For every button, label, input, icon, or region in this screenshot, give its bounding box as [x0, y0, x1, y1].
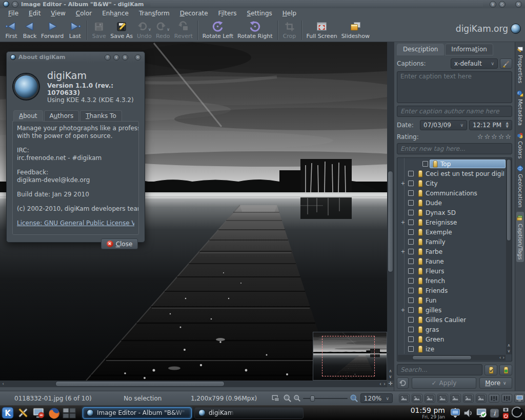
- tag-tree-item[interactable]: Dynax 5D: [397, 208, 506, 217]
- tag-tree-item[interactable]: Faune: [397, 256, 506, 266]
- more-button[interactable]: More ∨: [479, 377, 512, 389]
- edit-tag-button[interactable]: [484, 365, 497, 375]
- tag-tree-item[interactable]: french: [397, 276, 506, 286]
- rating-stars[interactable]: ☆☆☆☆☆: [477, 133, 512, 141]
- scroll-down-icon[interactable]: ∨: [506, 348, 512, 354]
- toolbar-back-button[interactable]: Back: [21, 19, 39, 40]
- pan-overview[interactable]: [313, 332, 387, 381]
- view-mode-7-button[interactable]: [476, 394, 487, 403]
- tag-tree-item[interactable]: gras: [397, 325, 506, 334]
- camera-icon[interactable]: [502, 407, 509, 412]
- tree-horizontal-scrollbar[interactable]: ‹ ›: [398, 355, 506, 361]
- tag-checkbox[interactable]: [408, 297, 414, 303]
- canvas-vertical-scrollbar[interactable]: ∧ ∨: [387, 42, 394, 381]
- tag-tree-item[interactable]: Dude: [397, 198, 506, 208]
- dialog-tab-about[interactable]: About: [13, 110, 43, 122]
- tag-checkbox[interactable]: [408, 190, 414, 196]
- tag-tree-item[interactable]: ize: [397, 344, 506, 354]
- zoom-fit-button[interactable]: [293, 394, 301, 402]
- menu-file[interactable]: File: [3, 9, 24, 18]
- menu-view[interactable]: View: [46, 9, 70, 18]
- tag-tree-item[interactable]: +Farbe: [397, 247, 506, 256]
- tag-checkbox[interactable]: [408, 239, 414, 245]
- tag-checkbox[interactable]: [408, 258, 414, 264]
- side-tab-metadata[interactable]: iMetadata: [516, 88, 524, 128]
- underexposure-warning-button[interactable]: [489, 394, 499, 403]
- tag-checkbox[interactable]: [408, 268, 414, 274]
- tag-tree-item[interactable]: Gilles Caulier: [397, 315, 506, 325]
- toolbar-last-button[interactable]: Last: [66, 19, 84, 40]
- view-mode-3-button[interactable]: [425, 394, 435, 403]
- tag-tree-item[interactable]: Top: [397, 159, 506, 169]
- toolbar-rotate-left-button[interactable]: Rotate Left: [200, 19, 235, 40]
- menu-edit[interactable]: Edit: [24, 9, 46, 18]
- toolbar-forward-button[interactable]: Forward: [39, 19, 66, 40]
- tag-tree-item[interactable]: Exemple: [397, 227, 506, 237]
- star-icon[interactable]: ☆: [491, 133, 498, 141]
- overexposure-warning-button[interactable]: [501, 394, 512, 403]
- toolbar-full-screen-button[interactable]: Full Screen: [305, 19, 339, 40]
- view-mode-2-button[interactable]: [412, 394, 422, 403]
- pan-tool-button[interactable]: ✛: [387, 381, 394, 387]
- new-tag-input[interactable]: [397, 143, 512, 154]
- toolbar-save-as-button[interactable]: Save As: [108, 19, 135, 40]
- add-tag-button[interactable]: [499, 365, 512, 375]
- pin-button[interactable]: –: [12, 1, 18, 8]
- tree-expander[interactable]: +: [399, 181, 407, 186]
- side-tab-geolocation[interactable]: Geolocation: [516, 163, 524, 210]
- caption-author-input[interactable]: [397, 106, 512, 117]
- tag-checkbox[interactable]: [408, 307, 414, 313]
- scroll-down-icon[interactable]: ∨: [387, 374, 394, 379]
- view-mode-6-button[interactable]: [463, 394, 474, 403]
- toolbar-slideshow-button[interactable]: Slideshow: [339, 19, 372, 40]
- apply-button[interactable]: ✓ Apply: [412, 377, 476, 389]
- scroll-right-icon[interactable]: ›: [383, 381, 386, 387]
- menu-help[interactable]: Help: [277, 9, 301, 18]
- toolbar-rotate-right-button[interactable]: Rotate Right: [235, 19, 274, 40]
- tag-tree-item[interactable]: Green: [397, 334, 506, 344]
- star-icon[interactable]: ☆: [484, 133, 491, 141]
- side-tab-colors[interactable]: Colors: [516, 130, 524, 161]
- overview-selection-rect[interactable]: [322, 336, 375, 376]
- kmenu-launcher[interactable]: K: [1, 406, 14, 419]
- tag-checkbox[interactable]: [408, 171, 414, 176]
- toolbar-first-button[interactable]: First: [2, 19, 21, 40]
- menu-decorate[interactable]: Decorate: [175, 9, 213, 18]
- tag-tree-item[interactable]: Fun: [397, 295, 506, 305]
- dialog-tab-authors[interactable]: Authors: [44, 110, 79, 122]
- scroll-right-icon[interactable]: ›: [502, 355, 504, 361]
- side-tab-properties[interactable]: Properties: [516, 44, 524, 86]
- caption-text-input[interactable]: [397, 71, 512, 103]
- menu-color[interactable]: Color: [71, 9, 97, 18]
- system-tools-launcher[interactable]: [16, 406, 30, 419]
- dialog-tab-thanks-to[interactable]: Thanks To: [80, 110, 122, 122]
- star-icon[interactable]: ☆: [505, 133, 512, 141]
- taskbar-task[interactable]: digiKam: [194, 407, 304, 419]
- panel-tab-information[interactable]: Information: [445, 44, 493, 55]
- firefox-launcher[interactable]: [47, 406, 60, 419]
- tag-checkbox[interactable]: [408, 327, 414, 332]
- tag-checkbox[interactable]: [408, 346, 414, 352]
- panel-tab-description[interactable]: Description: [397, 44, 444, 55]
- tag-tree-item[interactable]: Family: [397, 237, 506, 247]
- captions-language-select[interactable]: x-default ∨: [451, 58, 498, 69]
- menu-enhance[interactable]: Enhance: [97, 9, 134, 18]
- toolbar-undo-button[interactable]: ∨Undo: [135, 19, 154, 40]
- tree-expander[interactable]: +: [399, 249, 407, 254]
- tag-checkbox[interactable]: [408, 219, 414, 225]
- clear-captions-button[interactable]: [500, 58, 512, 69]
- menu-filters[interactable]: Filters: [213, 9, 242, 18]
- star-icon[interactable]: ☆: [477, 133, 484, 141]
- plasma-cashew-icon[interactable]: [512, 406, 524, 419]
- license-link[interactable]: License: GNU General Public License Vers…: [17, 219, 134, 227]
- toolbar-crop-button[interactable]: Crop: [280, 19, 299, 40]
- tag-tree[interactable]: TopCeci est un test pour digiKa+CityComm…: [397, 157, 512, 362]
- view-mode-5-button[interactable]: [450, 394, 461, 403]
- tag-tree-item[interactable]: +gilles: [397, 305, 506, 315]
- chevron-down-icon[interactable]: ∨: [148, 27, 151, 32]
- tag-checkbox[interactable]: [408, 317, 414, 323]
- tag-tree-item[interactable]: +Ereignisse: [397, 217, 506, 227]
- zoom-slider-knob[interactable]: [310, 395, 315, 402]
- dialog-close-button[interactable]: ×: [135, 54, 141, 61]
- tag-tree-item[interactable]: Communications: [397, 188, 506, 198]
